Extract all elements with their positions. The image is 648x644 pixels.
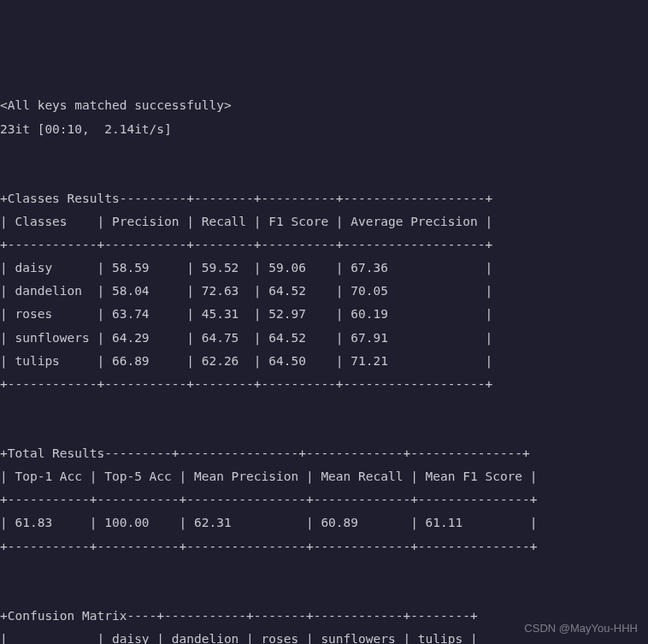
total-header-row: | Top-1 Acc | Top-5 Acc | Mean Precision… [0, 470, 538, 483]
total-bottom-sep: +-----------+-----------+---------------… [0, 540, 538, 553]
confusion-top-sep: +Confusion Matrix----+-----------+------… [0, 609, 478, 623]
confusion-header-row: | | daisy | dandelion | roses | sunflowe… [0, 632, 478, 644]
classes-row: | sunflowers | 64.29 | 64.75 | 64.52 | 6… [0, 331, 492, 345]
progress-line: 23it [00:10, 2.14it/s] [0, 122, 172, 136]
classes-row: | dandelion | 58.04 | 72.63 | 64.52 | 70… [0, 284, 492, 298]
classes-header-row: | Classes | Precision | Recall | F1 Scor… [0, 215, 492, 228]
total-top-sep: +Total Results---------+----------------… [0, 446, 530, 460]
classes-row: | tulips | 66.89 | 62.26 | 64.50 | 71.21… [0, 354, 492, 368]
watermark: CSDN @MayYou-HHH [524, 618, 638, 639]
terminal-output: <All keys matched successfully> 23it [00… [0, 94, 648, 644]
keys-matched-line: <All keys matched successfully> [0, 98, 232, 112]
classes-row: | daisy | 58.59 | 59.52 | 59.06 | 67.36 … [0, 261, 492, 275]
classes-row: | roses | 63.74 | 45.31 | 52.97 | 60.19 … [0, 307, 492, 321]
total-row: | 61.83 | 100.00 | 62.31 | 60.89 | 61.11… [0, 516, 538, 529]
classes-sep: +------------+-----------+--------+-----… [0, 238, 492, 251]
total-sep: +-----------+-----------+---------------… [0, 493, 538, 506]
classes-bottom-sep: +------------+-----------+--------+-----… [0, 377, 492, 391]
classes-top-sep: +Classes Results---------+--------+-----… [0, 192, 492, 205]
